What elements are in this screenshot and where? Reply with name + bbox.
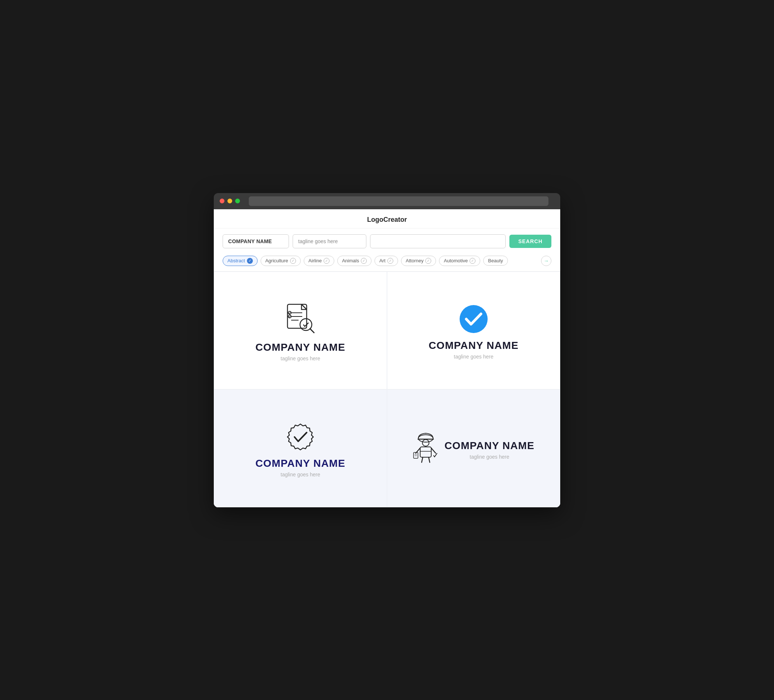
svg-line-7 [310,329,314,333]
close-button[interactable] [220,198,225,203]
filter-airline-label: Airline [309,258,322,263]
filter-bar: Abstract ✓ Agriculture ✓ Airline ✓ Anima… [214,254,560,272]
filter-attorney-label: Attorney [406,258,423,263]
logo-icon-4 [413,430,438,464]
logo-card-4[interactable]: COMPANY NAME tagline goes here [387,390,560,507]
app-content: LogoCreator SEARCH Abstract ✓ Agricultur… [214,209,560,507]
filter-abstract[interactable]: Abstract ✓ [223,256,258,266]
browser-titlebar [214,193,560,209]
svg-line-14 [422,457,423,462]
filter-animals[interactable]: Animals ✓ [337,256,372,266]
filter-agriculture[interactable]: Agriculture ✓ [261,256,301,266]
automotive-check-icon: ✓ [470,258,475,264]
logo-4-text-group: COMPANY NAME tagline goes here [445,440,534,460]
search-bar: SEARCH [214,228,560,254]
logo-4-tagline: tagline goes here [445,454,534,460]
logo-card-3[interactable]: COMPANY NAME tagline goes here [214,390,387,507]
company-name-input[interactable] [223,234,289,248]
agriculture-check-icon: ✓ [290,258,296,264]
attorney-check-icon: ✓ [425,258,431,264]
svg-line-15 [428,457,430,462]
logo-3-company: COMPANY NAME [255,457,346,469]
filter-automotive[interactable]: Automotive ✓ [439,256,480,266]
svg-point-11 [422,439,429,446]
svg-point-9 [418,435,433,442]
logo-1-tagline: tagline goes here [281,355,320,362]
filter-beauty[interactable]: Beauty [483,256,508,266]
extra-search-input[interactable] [370,234,506,248]
svg-point-8 [460,305,488,333]
logo-4-company: COMPANY NAME [445,440,534,452]
airline-check-icon: ✓ [324,258,329,264]
animals-check-icon: ✓ [361,258,367,264]
filter-abstract-label: Abstract [227,258,245,263]
address-bar[interactable] [249,196,548,206]
filter-next-button[interactable]: → [541,256,551,266]
filter-beauty-label: Beauty [488,258,503,263]
svg-rect-12 [420,447,431,457]
filter-agriculture-label: Agriculture [265,258,288,263]
logo-card-1[interactable]: COMPANY NAME tagline goes here [214,272,387,390]
app-title: LogoCreator [367,216,407,223]
abstract-check-icon: ✓ [247,258,253,264]
filter-automotive-label: Automotive [444,258,468,263]
browser-window: LogoCreator SEARCH Abstract ✓ Agricultur… [214,193,560,507]
svg-line-20 [431,448,436,453]
filter-art-label: Art [379,258,385,263]
minimize-button[interactable] [227,198,232,203]
logo-icon-1 [284,302,317,336]
logo-grid: COMPANY NAME tagline goes here COMPANY N… [214,272,560,507]
filter-art[interactable]: Art ✓ [374,256,398,266]
logo-1-company: COMPANY NAME [255,342,346,353]
filter-animals-label: Animals [342,258,359,263]
logo-2-company: COMPANY NAME [428,340,519,352]
logo-2-tagline: tagline goes here [454,354,493,360]
search-button[interactable]: SEARCH [509,235,551,248]
logo-3-tagline: tagline goes here [281,472,320,477]
logo-card-2[interactable]: COMPANY NAME tagline goes here [387,272,560,390]
maximize-button[interactable] [235,198,240,203]
app-header: LogoCreator [214,209,560,228]
logo-icon-2 [459,304,488,334]
tagline-input[interactable] [293,234,366,248]
logo-icon-3 [286,422,315,452]
art-check-icon: ✓ [387,258,393,264]
filter-airline[interactable]: Airline ✓ [304,256,334,266]
filter-attorney[interactable]: Attorney ✓ [401,256,436,266]
